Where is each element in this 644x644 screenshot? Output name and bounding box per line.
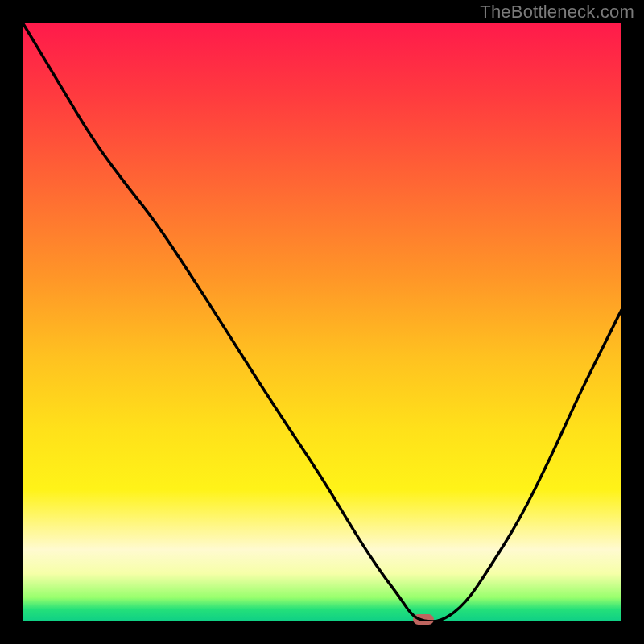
optimal-point-marker [413, 614, 434, 625]
watermark-text: TheBottleneck.com [480, 2, 634, 23]
chart-frame: TheBottleneck.com [0, 0, 644, 644]
bottleneck-curve [23, 23, 621, 621]
curve-path [23, 23, 621, 621]
plot-area [23, 23, 621, 621]
